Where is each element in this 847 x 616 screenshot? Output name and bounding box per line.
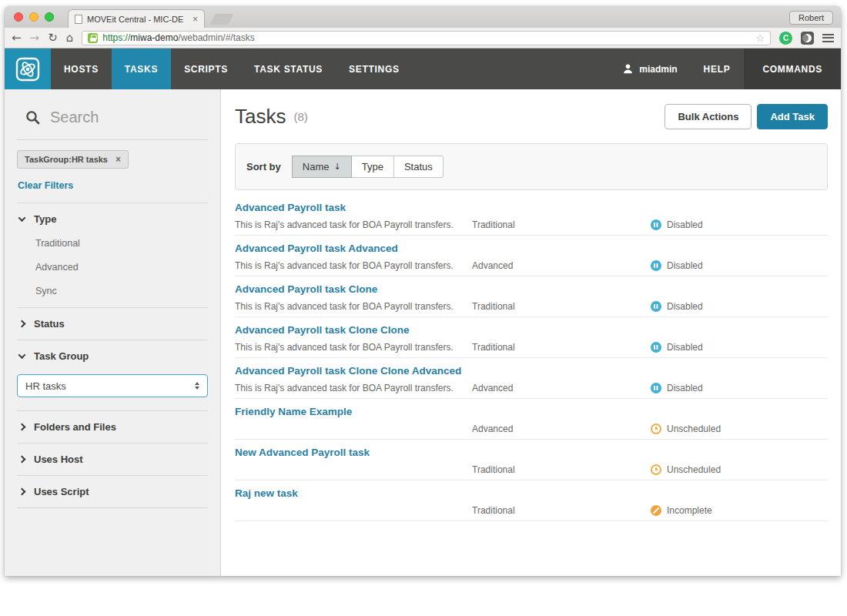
status-label: Incomplete <box>667 505 712 516</box>
sort-button[interactable]: Type <box>351 156 394 178</box>
page-title: Tasks <box>235 105 286 129</box>
task-type: Traditional <box>472 219 651 230</box>
extension-green-icon[interactable]: C <box>779 32 792 45</box>
active-filters: TaskGroup:HR tasks × <box>5 140 220 169</box>
status-label: Disabled <box>667 301 703 312</box>
task-status: Disabled <box>651 260 828 271</box>
profile-button[interactable]: Robert <box>789 11 833 25</box>
browser-window: MOVEit Central - MIC-DE × Robert ← → ↻ ⌂… <box>5 6 841 576</box>
type-option[interactable]: Sync <box>35 286 220 296</box>
bookmark-star-icon[interactable]: ☆ <box>755 32 765 44</box>
type-option[interactable]: Traditional <box>35 238 220 249</box>
tab-close-icon[interactable]: × <box>192 15 198 24</box>
status-section-header[interactable]: Status <box>5 308 220 340</box>
search-placeholder: Search <box>50 109 99 126</box>
bulk-actions-button[interactable]: Bulk Actions <box>665 104 752 129</box>
filter-chip[interactable]: TaskGroup:HR tasks × <box>17 150 129 169</box>
chevron-right-icon <box>18 320 26 328</box>
address-bar[interactable]: https://miwa-demo/webadmin/#/tasks ☆ <box>82 31 771 45</box>
task-name-link[interactable]: Advanced Payroll task Clone <box>235 283 828 295</box>
filter-chip-label: TaskGroup:HR tasks <box>25 155 108 164</box>
sort-direction-icon: ↓ <box>333 162 340 172</box>
task-type: Traditional <box>472 301 651 312</box>
username: miadmin <box>639 64 677 75</box>
browser-tab[interactable]: MOVEit Central - MIC-DE × <box>68 9 205 28</box>
clear-filters-link[interactable]: Clear Filters <box>5 169 220 203</box>
task-group-select[interactable]: HR tasks <box>17 374 208 397</box>
sort-by-label: Sort by <box>246 161 281 172</box>
task-name-link[interactable]: New Advanced Payroll task <box>235 447 828 458</box>
nav-item[interactable]: SETTINGS <box>336 49 413 89</box>
forward-icon[interactable]: → <box>30 32 40 44</box>
uses-script-section-header[interactable]: Uses Script <box>5 476 220 507</box>
sort-button[interactable]: Status <box>393 156 444 178</box>
chip-close-icon[interactable]: × <box>116 155 121 164</box>
user-menu[interactable]: miadmin <box>610 49 689 89</box>
task-type: Advanced <box>472 260 651 271</box>
sort-bar: Sort by Name ↓ Type <box>235 143 828 190</box>
task-row: Friendly Name Example Advanced Unschedul… <box>235 399 828 440</box>
task-name-link[interactable]: Advanced Payroll task <box>235 202 828 213</box>
task-row: Advanced Payroll task Clone Clone This i… <box>235 317 828 358</box>
new-tab-button[interactable] <box>209 14 233 25</box>
select-arrows-icon <box>195 382 199 390</box>
nav-item[interactable]: SCRIPTS <box>171 49 241 89</box>
app-logo[interactable] <box>5 49 51 89</box>
home-icon[interactable]: ⌂ <box>66 32 74 44</box>
task-type: Traditional <box>472 505 651 516</box>
menu-icon[interactable] <box>822 34 834 42</box>
chevron-down-icon <box>18 351 26 359</box>
nav-item[interactable]: TASK STATUS <box>241 49 336 89</box>
nav-item[interactable]: TASKS <box>112 49 171 89</box>
add-task-button[interactable]: Add Task <box>757 104 828 129</box>
tab-favicon-icon <box>75 15 82 24</box>
task-type: Traditional <box>472 342 651 353</box>
uses-host-section-header[interactable]: Uses Host <box>5 444 220 475</box>
task-description: This is Raj's advanced task for BOA Payr… <box>235 219 472 230</box>
sort-button[interactable]: Name ↓ <box>292 156 352 178</box>
lock-icon[interactable] <box>88 33 98 43</box>
back-icon[interactable]: ← <box>12 32 22 44</box>
search-input[interactable]: Search <box>5 89 220 139</box>
zoom-window-icon[interactable] <box>45 12 54 22</box>
task-type: Traditional <box>472 464 651 475</box>
type-options: Traditional Advanced Sync <box>5 235 220 307</box>
close-window-icon[interactable] <box>14 12 23 22</box>
user-icon <box>622 63 634 75</box>
task-name-link[interactable]: Advanced Payroll task Advanced <box>235 243 828 254</box>
status-icon <box>651 301 661 312</box>
task-status: Disabled <box>651 342 828 353</box>
folders-section-header[interactable]: Folders and Files <box>5 411 220 443</box>
type-option[interactable]: Advanced <box>35 262 220 273</box>
task-name-link[interactable]: Friendly Name Example <box>235 406 828 417</box>
url-text[interactable]: https://miwa-demo/webadmin/#/tasks <box>102 32 751 43</box>
task-type: Advanced <box>472 383 651 393</box>
task-name-link[interactable]: Advanced Payroll task Clone Clone <box>235 324 828 336</box>
minimize-window-icon[interactable] <box>29 12 38 22</box>
task-row: Advanced Payroll task Clone Clone Advanc… <box>235 358 828 399</box>
search-icon <box>25 110 40 125</box>
task-status: Disabled <box>651 383 828 393</box>
browser-toolbar: ← → ↻ ⌂ https://miwa-demo/webadmin/#/tas… <box>5 28 841 49</box>
nav-menu: HOSTS TASKS SCRIPTS TASK STATUS SETTINGS <box>51 49 413 89</box>
task-description: This is Raj's advanced task for BOA Payr… <box>235 301 472 312</box>
status-label: Disabled <box>667 383 703 393</box>
task-list: Advanced Payroll task This is Raj's adva… <box>235 195 828 521</box>
status-icon <box>651 260 661 271</box>
atom-icon <box>15 56 41 82</box>
task-name-link[interactable]: Raj new task <box>235 487 828 499</box>
task-status: Disabled <box>651 301 828 312</box>
status-label: Unscheduled <box>667 464 721 475</box>
task-status: Unscheduled <box>651 424 828 434</box>
task-name-link[interactable]: Advanced Payroll task Clone Clone Advanc… <box>235 365 828 377</box>
nav-right: miadmin HELP COMMANDS <box>610 49 841 89</box>
status-icon <box>651 219 661 230</box>
help-link[interactable]: HELP <box>690 49 745 89</box>
commands-button[interactable]: COMMANDS <box>744 49 841 89</box>
extension-dark-icon[interactable] <box>801 32 814 45</box>
reload-icon[interactable]: ↻ <box>48 32 58 44</box>
nav-item[interactable]: HOSTS <box>51 49 112 89</box>
task-group-section-header[interactable]: Task Group <box>5 340 220 372</box>
type-section-header[interactable]: Type <box>5 203 220 235</box>
task-row: New Advanced Payroll task Traditional Un… <box>235 440 828 480</box>
